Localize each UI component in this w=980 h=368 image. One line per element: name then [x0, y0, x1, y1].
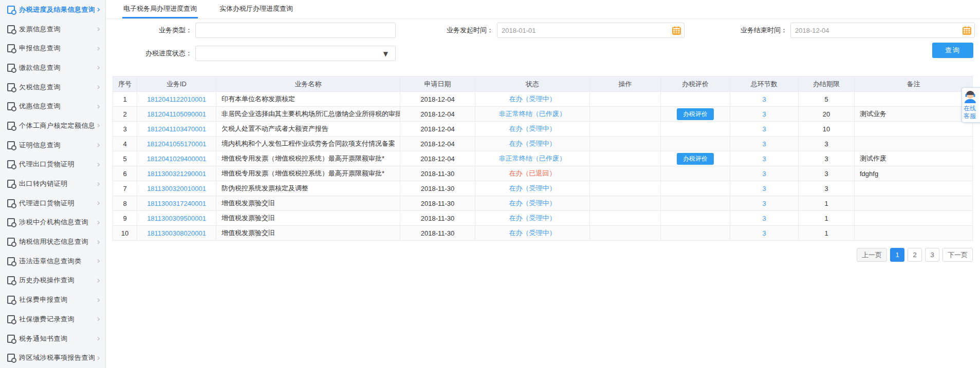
business-id-link[interactable]: 1812041055170001 [147, 140, 207, 148]
page-number-button[interactable]: 2 [908, 248, 922, 262]
total-steps-cell: 3 [730, 211, 799, 226]
tab-bar: 电子税务局办理进度查询实体办税厅办理进度查询 [106, 0, 980, 19]
status-link[interactable]: 非正常终结（已作废） [499, 154, 566, 162]
sidebar-item[interactable]: 税务通知书查询› [0, 329, 105, 348]
column-header: 业务ID [137, 76, 216, 92]
prev-page-button[interactable]: 上一页 [857, 248, 887, 262]
remark-cell [855, 122, 973, 137]
evaluate-cell [661, 211, 730, 226]
seq-cell: 7 [113, 181, 137, 196]
status-link[interactable]: 在办（受理中） [509, 229, 556, 237]
business-id-link[interactable]: 1811300308020001 [147, 229, 206, 237]
sidebar-item[interactable]: 纳税信用状态信息查询› [0, 232, 105, 251]
status-link[interactable]: 在办（受理中） [509, 214, 556, 222]
document-search-icon [7, 238, 15, 246]
chevron-right-icon: › [97, 354, 100, 362]
sidebar-item[interactable]: 代理进口货物证明› [0, 193, 105, 213]
status-link[interactable]: 在办（受理中） [509, 95, 556, 103]
business-name-cell: 境内机构和个人发包工程作业或劳务合同款项支付情况备案 [216, 137, 400, 151]
tab[interactable]: 实体办税厅办理进度查询 [218, 0, 294, 18]
next-page-button[interactable]: 下一页 [942, 248, 973, 262]
sidebar-item[interactable]: 申报信息查询› [0, 38, 105, 58]
calendar-icon[interactable] [963, 26, 971, 35]
deadline-cell: 1 [799, 226, 855, 241]
business-id-link[interactable]: 1811300309500001 [147, 215, 206, 222]
chevron-right-icon: › [97, 199, 100, 207]
column-header: 状态 [475, 76, 590, 92]
table-row: 101811300308020001增值税发票验交旧2018-11-30在办（受… [113, 226, 973, 241]
sidebar-item-label: 代理进口货物证明 [19, 199, 95, 208]
evaluate-button[interactable]: 办税评价 [677, 108, 714, 120]
total-steps-link[interactable]: 3 [762, 95, 766, 103]
business-id-link[interactable]: 1812041103470001 [147, 125, 206, 133]
sidebar-item[interactable]: 社保缴费记录查询› [0, 309, 105, 329]
evaluate-button[interactable]: 办税评价 [677, 153, 714, 165]
chevron-right-icon: › [97, 63, 100, 72]
sidebar-item[interactable]: 历史办税操作查询› [0, 271, 105, 290]
total-steps-link[interactable]: 3 [762, 185, 766, 192]
business-id-link[interactable]: 1811300321290001 [147, 170, 206, 178]
sidebar-item-label: 办税进度及结果信息查询 [19, 5, 95, 14]
sidebar-item-label: 代理出口货物证明 [19, 160, 95, 169]
business-name-cell: 印有本单位名称发票核定 [216, 92, 400, 107]
deadline-cell: 3 [799, 166, 855, 181]
total-steps-link[interactable]: 3 [762, 110, 766, 118]
total-steps-link[interactable]: 3 [762, 125, 766, 133]
business-id-link[interactable]: 1812041122010001 [147, 95, 206, 103]
sidebar-item[interactable]: 优惠信息查询› [0, 96, 105, 116]
sidebar-item[interactable]: 代理出口货物证明› [0, 155, 105, 175]
sidebar-item[interactable]: 发票信息查询› [0, 20, 105, 39]
sidebar-item[interactable]: 办税进度及结果信息查询› [0, 0, 105, 20]
total-steps-link[interactable]: 3 [762, 229, 766, 237]
sidebar-item[interactable]: 个体工商户核定定额信息查询› [0, 116, 105, 135]
column-header: 总环节数 [730, 76, 799, 92]
start-time-input[interactable] [497, 23, 684, 37]
apply-date-cell: 2018-12-04 [400, 107, 475, 122]
query-button[interactable]: 查询 [932, 43, 973, 58]
business-id-link[interactable]: 1811300320010001 [147, 185, 206, 192]
deadline-cell: 20 [799, 107, 855, 122]
page-number-button[interactable]: 1 [890, 248, 904, 262]
sidebar-item[interactable]: 跨区域涉税事项报告查询› [0, 348, 105, 367]
business-name-cell: 非居民企业选择由其主要机构场所汇总缴纳企业所得税的审批 [216, 107, 400, 122]
total-steps-link[interactable]: 3 [762, 170, 766, 178]
tab[interactable]: 电子税务局办理进度查询 [122, 0, 198, 18]
results-table: 序号业务ID业务名称申请日期状态操作办税评价总环节数办结期限备注 1181204… [113, 76, 973, 241]
sidebar-item[interactable]: 社保费申报查询› [0, 290, 105, 309]
customer-service-widget[interactable]: 在线客服 [961, 87, 980, 123]
status-cell: 非正常终结（已作废） [475, 107, 590, 122]
status-link[interactable]: 在办（受理中） [509, 199, 556, 207]
sidebar-item[interactable]: 涉税中介机构信息查询› [0, 213, 105, 233]
end-time-input[interactable] [791, 23, 974, 37]
business-type-input[interactable] [196, 23, 395, 37]
sidebar-item[interactable]: 证明信息查询› [0, 135, 105, 155]
evaluate-cell [661, 196, 730, 211]
status-link[interactable]: 在办（受理中） [509, 140, 556, 147]
status-link[interactable]: 非正常终结（已作废） [499, 110, 566, 118]
business-id-link[interactable]: 1811300317240001 [147, 200, 206, 207]
total-steps-link[interactable]: 3 [762, 200, 766, 207]
operation-cell [590, 137, 661, 151]
business-id-link[interactable]: 1812041029400001 [147, 155, 207, 163]
apply-date-cell: 2018-11-30 [400, 166, 475, 181]
total-steps-link[interactable]: 3 [762, 215, 766, 222]
chevron-right-icon: › [97, 257, 100, 265]
page-number-button[interactable]: 3 [925, 248, 939, 262]
total-steps-link[interactable]: 3 [762, 140, 766, 148]
status-link[interactable]: 在办（受理中） [509, 125, 556, 132]
status-link[interactable]: 在办（已退回） [509, 169, 556, 177]
total-steps-link[interactable]: 3 [762, 155, 766, 163]
business-id-link[interactable]: 1812041105090001 [147, 110, 206, 118]
calendar-icon[interactable] [672, 26, 681, 35]
seq-cell: 3 [113, 122, 137, 137]
status-link[interactable]: 在办（受理中） [509, 184, 556, 192]
sidebar-item[interactable]: 缴款信息查询› [0, 58, 105, 78]
sidebar-item[interactable]: 违法违章信息查询类› [0, 251, 105, 271]
sidebar-item[interactable]: 出口转内销证明› [0, 174, 105, 193]
progress-status-select[interactable]: ▼ [195, 46, 396, 61]
table-row: 21812041105090001非居民企业选择由其主要机构场所汇总缴纳企业所得… [113, 107, 973, 122]
chevron-right-icon: › [97, 44, 100, 53]
sidebar-item[interactable]: 欠税信息查询› [0, 78, 105, 97]
status-cell: 在办（受理中） [475, 226, 590, 241]
table-row: 41812041055170001境内机构和个人发包工程作业或劳务合同款项支付情… [113, 137, 973, 151]
